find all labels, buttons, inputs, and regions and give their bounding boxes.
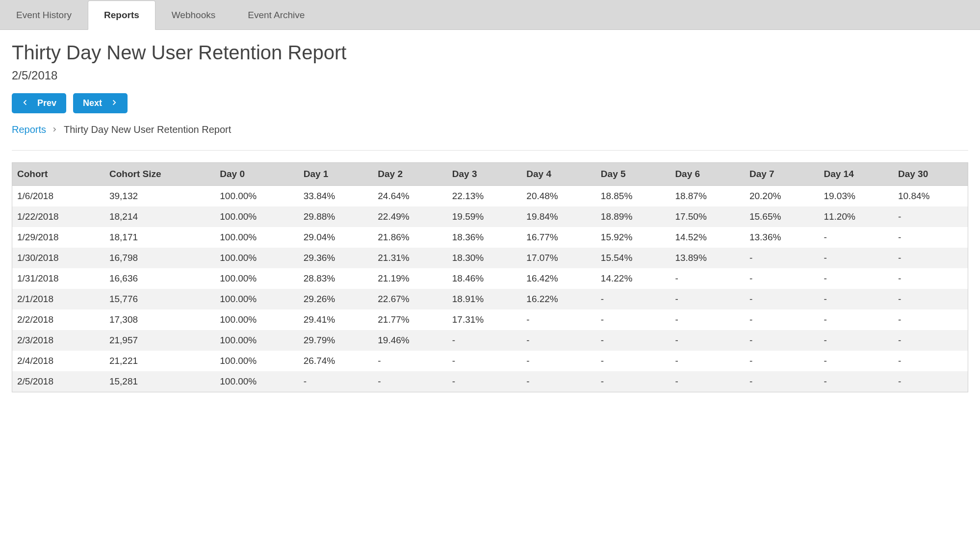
table-cell: - [745, 268, 819, 289]
table-header-cell: Day 4 [521, 163, 596, 186]
table-cell: 21.86% [373, 227, 447, 248]
nav-buttons: Prev Next [12, 93, 968, 113]
tab-webhooks[interactable]: Webhooks [155, 0, 232, 30]
table-cell: 100.00% [215, 371, 298, 392]
table-cell: - [745, 248, 819, 268]
table-cell: 18.46% [447, 268, 522, 289]
arrow-left-icon [22, 98, 28, 108]
table-cell: 17.31% [447, 309, 522, 330]
table-row: 2/2/201817,308100.00%29.41%21.77%17.31%-… [12, 309, 968, 330]
table-cell: - [745, 330, 819, 351]
tab-event-archive[interactable]: Event Archive [232, 0, 321, 30]
table-cell: 14.52% [670, 227, 745, 248]
table-cell: 18.36% [447, 227, 522, 248]
table-cell: 13.36% [745, 227, 819, 248]
table-cell: 15.92% [596, 227, 671, 248]
table-cell: 19.03% [819, 186, 893, 207]
table-cell: 21.19% [373, 268, 447, 289]
table-cell: 20.20% [745, 186, 819, 207]
table-cell: 100.00% [215, 268, 298, 289]
table-cell: 16.42% [521, 268, 596, 289]
table-cell: 22.67% [373, 289, 447, 309]
table-cell: - [819, 351, 893, 371]
table-cell: - [893, 248, 968, 268]
table-cell: - [819, 248, 893, 268]
table-cell: 18,171 [104, 227, 215, 248]
prev-button[interactable]: Prev [12, 93, 66, 113]
table-cell: 16.22% [521, 289, 596, 309]
tab-reports[interactable]: Reports [88, 0, 155, 30]
table-cell: 100.00% [215, 227, 298, 248]
table-cell: - [893, 371, 968, 392]
table-cell: 100.00% [215, 309, 298, 330]
table-cell: 1/6/2018 [12, 186, 104, 207]
table-cell: 11.20% [819, 206, 893, 227]
table-cell: 29.79% [299, 330, 373, 351]
table-cell: 22.13% [447, 186, 522, 207]
table-cell: 18.85% [596, 186, 671, 207]
table-header-cell: Day 14 [819, 163, 893, 186]
table-cell: 2/5/2018 [12, 371, 104, 392]
table-cell: 1/31/2018 [12, 268, 104, 289]
table-cell: 16,636 [104, 268, 215, 289]
table-cell: 17.07% [521, 248, 596, 268]
table-cell: 100.00% [215, 206, 298, 227]
table-cell: - [670, 289, 745, 309]
table-cell: 16.77% [521, 227, 596, 248]
table-cell: 20.48% [521, 186, 596, 207]
next-button[interactable]: Next [73, 93, 128, 113]
table-cell: 2/2/2018 [12, 309, 104, 330]
table-cell: 1/29/2018 [12, 227, 104, 248]
table-cell: 24.64% [373, 186, 447, 207]
table-cell: 18.89% [596, 206, 671, 227]
table-cell: 2/3/2018 [12, 330, 104, 351]
table-cell: - [596, 289, 671, 309]
table-cell: 28.83% [299, 268, 373, 289]
table-cell: 15.65% [745, 206, 819, 227]
table-cell: - [670, 309, 745, 330]
table-cell: - [596, 330, 671, 351]
table-cell: 100.00% [215, 186, 298, 207]
content-area: Thirty Day New User Retention Report 2/5… [0, 30, 980, 392]
table-cell: 29.36% [299, 248, 373, 268]
prev-button-label: Prev [37, 98, 56, 108]
table-row: 1/6/201839,132100.00%33.84%24.64%22.13%2… [12, 186, 968, 207]
table-cell: 29.26% [299, 289, 373, 309]
tab-event-history[interactable]: Event History [0, 0, 88, 30]
table-cell: 16,798 [104, 248, 215, 268]
table-header-cell: Day 3 [447, 163, 522, 186]
table-cell: - [745, 371, 819, 392]
table-cell: 100.00% [215, 248, 298, 268]
table-row: 1/31/201816,636100.00%28.83%21.19%18.46%… [12, 268, 968, 289]
table-cell: 17,308 [104, 309, 215, 330]
breadcrumb-root-link[interactable]: Reports [12, 124, 46, 135]
arrow-right-icon [111, 98, 118, 108]
table-cell: 10.84% [893, 186, 968, 207]
table-cell: 15,776 [104, 289, 215, 309]
table-cell: - [596, 309, 671, 330]
table-header-cell: Day 30 [893, 163, 968, 186]
table-body: 1/6/201839,132100.00%33.84%24.64%22.13%2… [12, 186, 968, 392]
table-cell: - [447, 330, 522, 351]
table-cell: 29.88% [299, 206, 373, 227]
table-header-cell: Day 6 [670, 163, 745, 186]
table-wrap: CohortCohort SizeDay 0Day 1Day 2Day 3Day… [12, 150, 968, 392]
table-cell: - [893, 227, 968, 248]
table-cell: - [893, 330, 968, 351]
table-row: 1/30/201816,798100.00%29.36%21.31%18.30%… [12, 248, 968, 268]
table-header-cell: Day 0 [215, 163, 298, 186]
table-cell: 18.30% [447, 248, 522, 268]
table-cell: 15.54% [596, 248, 671, 268]
table-cell: 100.00% [215, 289, 298, 309]
tabbar: Event HistoryReportsWebhooksEvent Archiv… [0, 0, 980, 30]
table-cell: - [299, 371, 373, 392]
table-cell: - [447, 371, 522, 392]
table-cell: 18.91% [447, 289, 522, 309]
table-cell: - [670, 330, 745, 351]
table-cell: 15,281 [104, 371, 215, 392]
table-row: 1/29/201818,171100.00%29.04%21.86%18.36%… [12, 227, 968, 248]
table-cell: 2/1/2018 [12, 289, 104, 309]
table-row: 2/1/201815,776100.00%29.26%22.67%18.91%1… [12, 289, 968, 309]
table-header-cell: Day 7 [745, 163, 819, 186]
table-cell: - [521, 330, 596, 351]
